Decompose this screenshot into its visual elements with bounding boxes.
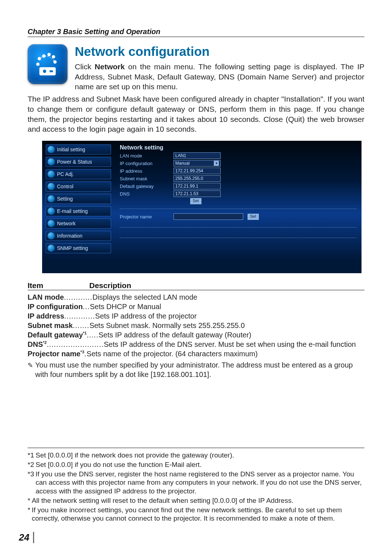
menu-item-label: Network <box>57 221 75 226</box>
svg-point-5 <box>37 63 39 65</box>
menu-item-label: PC Adj. <box>57 171 74 177</box>
menu-item-e-mail-setting[interactable]: E-mail setting <box>46 206 111 216</box>
page-number: 24 <box>19 532 34 543</box>
subnet-mask-input[interactable]: 255.255.255.0 <box>173 175 221 182</box>
set-button-2[interactable]: Set <box>248 214 259 220</box>
dns-input[interactable]: 172.21.1.53 <box>173 190 221 197</box>
desc-row: Default gateway*1.....Sets IP address of… <box>28 330 364 340</box>
projector-name-label: Projector name <box>120 214 169 219</box>
menu-item-network[interactable]: Network <box>46 218 111 229</box>
default-gateway-input[interactable]: 172.21.99.1 <box>173 183 221 189</box>
pencil-icon: ✎ <box>28 361 33 379</box>
menu-item-label: Setting <box>57 196 73 202</box>
desc-row: Projector name*3.Sets name of the projec… <box>28 349 364 358</box>
svg-point-4 <box>54 61 56 63</box>
desc-item: Default gateway*1 <box>28 330 87 340</box>
page-title: Network configuration <box>75 44 364 59</box>
panel-title: Network setting <box>120 144 356 151</box>
svg-point-3 <box>52 56 54 58</box>
ip-config-value: Manual <box>175 160 189 166</box>
menu-item-icon <box>48 208 55 215</box>
menu-item-icon <box>48 245 55 252</box>
desc-item: LAN mode <box>28 292 64 302</box>
menu-item-icon <box>48 183 55 190</box>
dns-label: DNS <box>120 191 169 197</box>
desc-row: IP address.............Sets IP address o… <box>28 311 364 321</box>
svg-rect-8 <box>49 70 53 73</box>
chevron-down-icon: ▾ <box>214 161 219 166</box>
set-button-1[interactable]: Set <box>190 198 201 204</box>
desc-header-item: Item <box>28 281 75 290</box>
menu-item-power-status[interactable]: Power & Status <box>46 157 111 167</box>
menu-item-label: Information <box>57 233 82 239</box>
footnote-marker: * <box>28 496 30 505</box>
menu-item-setting[interactable]: Setting <box>46 194 111 204</box>
svg-point-2 <box>48 53 50 56</box>
subnet-mask-label: Subnet mask <box>120 176 169 181</box>
ip-address-input[interactable]: 172.21.99.254 <box>173 168 221 174</box>
projector-name-input[interactable] <box>173 213 243 220</box>
desc-row: LAN mode............Displays the selecte… <box>28 292 364 302</box>
intro-paragraph-2: The IP address and Subnet Mask have been… <box>28 94 364 134</box>
footnote-text: If you use the DNS server, register the … <box>36 470 364 496</box>
footnotes: *1Set [0.0.0.0] if the network does not … <box>28 448 364 524</box>
footnote-marker: *3 <box>28 470 34 496</box>
lan-mode-label: LAN mode <box>120 153 169 159</box>
footnote-text: Set [0.0.0.0] if the network does not pr… <box>36 451 234 460</box>
desc-item: Projector name*3 <box>28 349 84 358</box>
menu-item-label: Control <box>57 184 73 189</box>
menu-item-icon <box>48 158 55 165</box>
footnote-text: If you make incorrect settings, you cann… <box>32 506 364 523</box>
desc-item: DNS*2 <box>28 340 47 349</box>
desc-item: IP address <box>28 311 64 321</box>
menu-item-control[interactable]: Control <box>46 181 111 192</box>
network-setting-screenshot: Initial settingPower & StatusPC Adj.Cont… <box>42 141 362 273</box>
footnote-text: All the network setting will reset to th… <box>32 496 293 505</box>
default-gateway-label: Default gateway <box>120 184 169 189</box>
menu-item-label: Initial setting <box>57 147 85 152</box>
desc-row: Subnet mask.......Sets Subnet mask. Norm… <box>28 321 364 330</box>
ip-address-label: IP address <box>120 168 169 174</box>
ip-config-select[interactable]: Manual ▾ <box>173 160 221 167</box>
menu-item-icon <box>48 171 55 178</box>
desc-row: DNS*2........................Sets IP add… <box>28 340 364 349</box>
menu-item-label: Power & Status <box>57 159 92 165</box>
menu-item-snmp-setting[interactable]: SNMP setting <box>46 243 111 253</box>
desc-item: IP configuration <box>28 302 83 311</box>
menu-item-information[interactable]: Information <box>46 231 111 241</box>
desc-text: Sets Subnet mask. Normally sets 255.255.… <box>89 321 364 330</box>
menu-item-label: SNMP setting <box>57 245 88 251</box>
desc-text: Sets IP address of the default gateway (… <box>98 330 364 340</box>
admin-note: You must use the number specified by you… <box>35 361 364 379</box>
menu-item-initial-setting[interactable]: Initial setting <box>46 144 111 155</box>
desc-text: Sets name of the projector. (64 characte… <box>87 349 364 358</box>
menu-item-icon <box>48 232 55 239</box>
chapter-line: Chapter 3 Basic Setting and Operation <box>28 28 364 37</box>
desc-item: Subnet mask <box>28 321 73 330</box>
menu-item-label: E-mail setting <box>57 208 88 214</box>
desc-text: Sets IP address of the projector <box>95 311 364 321</box>
footnote-text: Set [0.0.0.0] if you do not use the func… <box>36 460 201 469</box>
lan-mode-value: LAN1 <box>173 152 221 159</box>
footnote-marker: *1 <box>28 451 34 460</box>
desc-text: Displays the selected LAN mode <box>93 292 364 302</box>
menu-item-icon <box>48 195 55 202</box>
menu-item-pc-adj-[interactable]: PC Adj. <box>46 169 111 179</box>
desc-text: Sets DHCP or Manual <box>90 302 364 311</box>
desc-header-description: Description <box>89 281 131 290</box>
menu-item-icon <box>48 220 55 227</box>
footnote-marker: *2 <box>28 460 34 469</box>
desc-row: IP configuration...Sets DHCP or Manual <box>28 302 364 311</box>
footnote-marker: * <box>28 506 30 523</box>
desc-text: Sets IP address of the DNS server. Must … <box>104 340 364 349</box>
svg-point-7 <box>42 69 47 73</box>
network-hero-icon <box>28 44 68 84</box>
ip-config-label: IP configuration <box>120 161 169 166</box>
svg-point-0 <box>38 58 40 60</box>
menu-item-icon <box>48 146 55 153</box>
intro-paragraph-1: Click Network on the main menu. The foll… <box>75 62 364 92</box>
